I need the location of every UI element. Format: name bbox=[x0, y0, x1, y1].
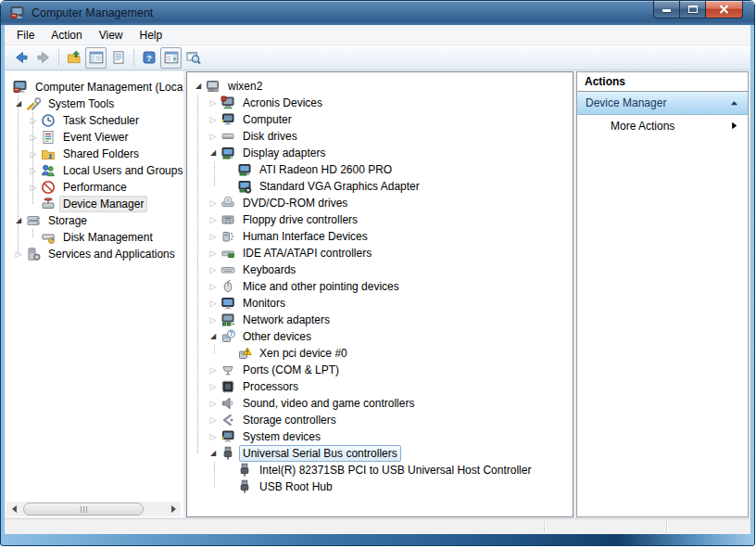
tree-item-wixen2[interactable]: ◢wixen2 bbox=[187, 78, 573, 95]
tree-item-universal-serial-bus-controllers[interactable]: ◢Universal Serial Bus controllers bbox=[187, 445, 573, 462]
back-button[interactable] bbox=[10, 47, 32, 69]
expander-expanded-icon[interactable]: ◢ bbox=[206, 145, 220, 161]
actions-group-device-manager[interactable]: Device Manager bbox=[577, 92, 748, 115]
device-tree: ◢wixen2▷Acronis Devices▷Computer▷Disk dr… bbox=[187, 72, 573, 495]
more-actions-item[interactable]: More Actions bbox=[577, 115, 748, 136]
tree-item-event-viewer[interactable]: ▷Event Viewer bbox=[6, 129, 183, 146]
tree-item-xen-pci-device-0[interactable]: Xen pci device #0 bbox=[187, 345, 573, 362]
chevron-up-icon[interactable] bbox=[729, 98, 739, 108]
expander-collapsed-icon[interactable]: ▷ bbox=[206, 111, 220, 128]
tree-item-sound-video-and-game-controllers[interactable]: ▷Sound, video and game controllers bbox=[187, 395, 573, 412]
tree-item-system-tools[interactable]: ◢System Tools bbox=[6, 96, 183, 112]
expander-expanded-icon[interactable]: ◢ bbox=[191, 78, 206, 95]
tree-item-performance[interactable]: ▷Performance bbox=[6, 179, 183, 196]
tree-item-intel-r-82371sb-pci-to-usb-universal-host-[interactable]: Intel(R) 82371SB PCI to USB Universal Ho… bbox=[187, 462, 573, 478]
menu-help[interactable]: Help bbox=[132, 26, 171, 45]
expander-collapsed-icon[interactable]: ▷ bbox=[206, 245, 220, 261]
expander-collapsed-icon[interactable]: ▷ bbox=[206, 295, 220, 312]
tree-item-local-users-and-groups[interactable]: ▷Local Users and Groups bbox=[6, 162, 183, 179]
scroll-left-button[interactable] bbox=[6, 502, 21, 516]
expander-collapsed-icon[interactable]: ▷ bbox=[206, 128, 220, 145]
scrollbar-track[interactable] bbox=[21, 502, 166, 516]
expander-collapsed-icon[interactable]: ▷ bbox=[206, 412, 220, 428]
expander-collapsed-icon[interactable]: ▷ bbox=[206, 362, 220, 378]
maximize-button[interactable] bbox=[680, 1, 705, 19]
expander-collapsed-icon[interactable]: ▷ bbox=[26, 129, 41, 146]
expander-collapsed-icon[interactable]: ▷ bbox=[26, 162, 41, 179]
tree-item-disk-management[interactable]: Disk Management bbox=[6, 229, 183, 246]
tree-item-computer[interactable]: ▷Computer bbox=[187, 111, 573, 128]
expander-expanded-icon[interactable]: ◢ bbox=[206, 328, 220, 345]
tree-item-ide-ata-atapi-controllers[interactable]: ▷IDE ATA/ATAPI controllers bbox=[187, 245, 573, 261]
tree-item-acronis-devices[interactable]: ▷Acronis Devices bbox=[187, 95, 573, 111]
tree-item-disk-drives[interactable]: ▷Disk drives bbox=[187, 128, 573, 145]
tree-item-ports-com-lpt[interactable]: ▷Ports (COM & LPT) bbox=[187, 362, 573, 378]
title-bar[interactable]: Computer Management bbox=[1, 1, 754, 25]
tree-item-shared-folders[interactable]: ▷Shared Folders bbox=[6, 146, 183, 162]
tree-item-other-devices[interactable]: ◢Other devices bbox=[187, 328, 573, 345]
expander-collapsed-icon[interactable]: ▷ bbox=[26, 179, 41, 196]
expander-expanded-icon[interactable]: ◢ bbox=[11, 212, 26, 229]
tree-item-monitors[interactable]: ▷Monitors bbox=[187, 295, 573, 312]
tree-item-label: Other devices bbox=[239, 328, 315, 345]
close-button[interactable] bbox=[705, 1, 743, 19]
tree-item-ati-radeon-hd-2600-pro[interactable]: ATI Radeon HD 2600 PRO bbox=[187, 161, 573, 178]
expander-collapsed-icon[interactable]: ▷ bbox=[206, 428, 220, 445]
tree-item-keyboards[interactable]: ▷Keyboards bbox=[187, 261, 573, 278]
tree-item-processors[interactable]: ▷Processors bbox=[187, 378, 573, 395]
expander-collapsed-icon[interactable]: ▷ bbox=[11, 246, 26, 262]
display-adapter-icon bbox=[220, 146, 235, 160]
expander-collapsed-icon[interactable]: ▷ bbox=[206, 261, 220, 278]
tree-item-device-manager[interactable]: Device Manager bbox=[6, 196, 183, 212]
menu-bar: FileActionViewHelp bbox=[5, 25, 750, 45]
forward-button[interactable] bbox=[32, 47, 54, 69]
tree-item-mice-and-other-pointing-devices[interactable]: ▷Mice and other pointing devices bbox=[187, 278, 573, 295]
tree-item-display-adapters[interactable]: ◢Display adapters bbox=[187, 145, 573, 161]
expander-collapsed-icon[interactable]: ▷ bbox=[206, 395, 220, 412]
tree-item-storage[interactable]: ◢Storage bbox=[6, 212, 183, 229]
minimize-icon bbox=[662, 9, 671, 12]
tree-item-floppy-drive-controllers[interactable]: ▷Floppy drive controllers bbox=[187, 211, 573, 228]
show-console-tree-button[interactable] bbox=[85, 47, 107, 69]
expander-expanded-icon[interactable]: ◢ bbox=[11, 96, 26, 112]
expander-expanded-icon[interactable]: ◢ bbox=[206, 445, 220, 462]
scroll-right-button[interactable] bbox=[166, 502, 181, 516]
scrollbar-thumb[interactable] bbox=[23, 503, 144, 516]
show-action-pane-button[interactable] bbox=[160, 47, 182, 69]
tree-item-services-and-applications[interactable]: ▷Services and Applications bbox=[6, 246, 183, 262]
tree-item-usb-root-hub[interactable]: USB Root Hub bbox=[187, 478, 573, 495]
expander-collapsed-icon[interactable]: ▷ bbox=[206, 228, 220, 245]
tree-item-label: Sound, video and game controllers bbox=[239, 395, 418, 412]
expander-collapsed-icon[interactable]: ▷ bbox=[206, 378, 220, 395]
tree-item-standard-vga-graphics-adapter[interactable]: Standard VGA Graphics Adapter bbox=[187, 178, 573, 195]
up-level-button[interactable] bbox=[63, 47, 84, 69]
scrollbar-grip-icon bbox=[86, 506, 87, 513]
system-tools-icon bbox=[26, 96, 41, 111]
tree-item-task-scheduler[interactable]: ▷Task Scheduler bbox=[6, 112, 183, 129]
minimize-button[interactable] bbox=[653, 1, 680, 19]
tree-item-storage-controllers[interactable]: ▷Storage controllers bbox=[187, 412, 573, 428]
menu-action[interactable]: Action bbox=[43, 26, 90, 45]
expander-collapsed-icon[interactable]: ▷ bbox=[26, 146, 41, 162]
hid-icon bbox=[220, 229, 235, 244]
tree-item-network-adapters[interactable]: ▷Network adapters bbox=[187, 312, 573, 328]
expander-collapsed-icon[interactable]: ▷ bbox=[206, 95, 220, 111]
performance-icon bbox=[41, 180, 56, 195]
expander-collapsed-icon[interactable]: ▷ bbox=[206, 278, 220, 295]
tree-item-label: Intel(R) 82371SB PCI to USB Universal Ho… bbox=[256, 462, 535, 478]
export-list-button[interactable] bbox=[107, 47, 129, 69]
menu-file[interactable]: File bbox=[8, 26, 43, 45]
usb-icon bbox=[220, 446, 235, 461]
expander-collapsed-icon[interactable]: ▷ bbox=[206, 312, 220, 328]
expander-collapsed-icon[interactable]: ▷ bbox=[206, 195, 220, 211]
menu-view[interactable]: View bbox=[91, 26, 132, 45]
expander-collapsed-icon[interactable]: ▷ bbox=[206, 211, 220, 228]
tree-item-computer-management-local[interactable]: Computer Management (Local bbox=[6, 79, 183, 96]
tree-item-system-devices[interactable]: ▷System devices bbox=[187, 428, 573, 445]
help-button[interactable] bbox=[138, 47, 159, 69]
expander-collapsed-icon[interactable]: ▷ bbox=[26, 112, 41, 129]
scan-hardware-changes-button[interactable] bbox=[183, 47, 204, 69]
more-actions-label: More Actions bbox=[611, 120, 729, 133]
tree-item-dvd-cd-rom-drives[interactable]: ▷DVD/CD-ROM drives bbox=[187, 195, 573, 211]
tree-item-human-interface-devices[interactable]: ▷Human Interface Devices bbox=[187, 228, 573, 245]
